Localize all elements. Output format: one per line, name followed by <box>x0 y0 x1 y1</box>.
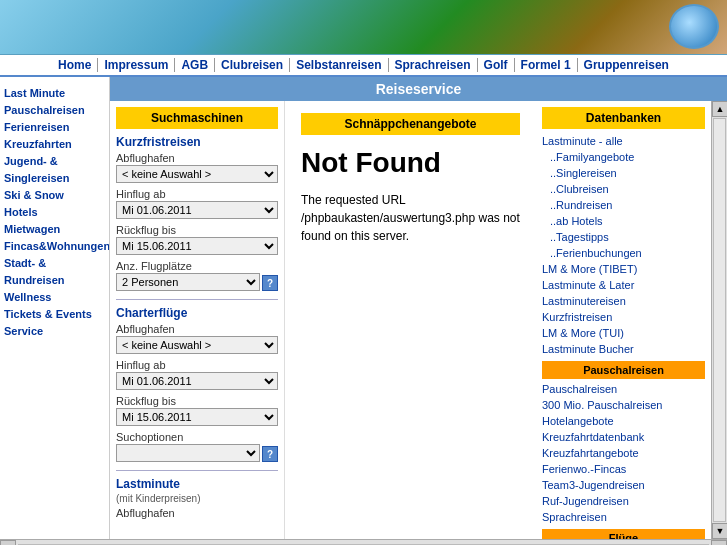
abflughafen-select-2[interactable]: < keine Auswahl > <box>116 336 278 354</box>
abflughafen-label-2: Abflughafen <box>116 323 278 335</box>
scroll-right-button[interactable]: ► <box>711 540 727 546</box>
right-link-lastminute-bucher[interactable]: Lastminute Bucher <box>542 341 705 357</box>
sidebar-link-last-minute[interactable]: Last Minute <box>4 85 105 102</box>
sidebar-link-stadt--rundreisen[interactable]: Stadt- & Rundreisen <box>4 255 105 289</box>
rueckflug-select-2[interactable]: Mi 15.06.2011 <box>116 408 278 426</box>
right-link-300-mio-pauschalreisen[interactable]: 300 Mio. Pauschalreisen <box>542 397 705 413</box>
scroll-up-button[interactable]: ▲ <box>712 101 727 117</box>
rueckflug-select-1[interactable]: Mi 15.06.2011 <box>116 237 278 255</box>
hinflug-label-1: Hinflug ab <box>116 188 278 200</box>
abflughafen-select-1[interactable]: < keine Auswahl > <box>116 165 278 183</box>
sidebar-link-mietwagen[interactable]: Mietwagen <box>4 221 105 238</box>
right-links-container: Lastminute - alle..Familyangebote..Singl… <box>542 133 705 539</box>
rueckflug-label-2: Rückflug bis <box>116 395 278 407</box>
nav-link-gruppenreisen[interactable]: Gruppenreisen <box>578 58 675 72</box>
sidebar-link-service[interactable]: Service <box>4 323 105 340</box>
right-link--tagestipps[interactable]: ..Tagestipps <box>542 229 705 245</box>
right-link-team3-jugendreisen[interactable]: Team3-Jugendreisen <box>542 477 705 493</box>
header <box>0 0 727 55</box>
sidebar-links: Last MinutePauschalreisenFerienreisenKre… <box>4 85 105 340</box>
navbar-links: HomeImpressumAGBClubreisenSelbstanreisen… <box>52 58 675 72</box>
right-link-ferienwo--fincas[interactable]: Ferienwo.-Fincas <box>542 461 705 477</box>
sidebar: Last MinutePauschalreisenFerienreisenKre… <box>0 77 110 539</box>
right-link-kreuzfahrtangebote[interactable]: Kreuzfahrtangebote <box>542 445 705 461</box>
right-link--ab-hotels[interactable]: ..ab Hotels <box>542 213 705 229</box>
right-section-header-flüge: Flüge <box>542 529 705 539</box>
right-link-kreuzfahrtdatenbank[interactable]: Kreuzfahrtdatenbank <box>542 429 705 445</box>
right-link-lastminute---alle[interactable]: Lastminute - alle <box>542 133 705 149</box>
sidebar-link-hotels[interactable]: Hotels <box>4 204 105 221</box>
right-link-lm-more-tibet-[interactable]: LM & More (TIBET) <box>542 261 705 277</box>
charterfluge-title: Charterflüge <box>116 306 278 320</box>
page-title: Reiseservice <box>110 77 727 101</box>
lastminute-title: Lastminute <box>116 477 278 491</box>
right-link-pauschalreisen[interactable]: Pauschalreisen <box>542 381 705 397</box>
col-mid: Schnäppchenangebote Not Found The reques… <box>285 101 536 539</box>
sidebar-link-ski-snow[interactable]: Ski & Snow <box>4 187 105 204</box>
rueckflug-label-1: Rückflug bis <box>116 224 278 236</box>
right-link--singlereisen[interactable]: ..Singlereisen <box>542 165 705 181</box>
nav-link-formel-1[interactable]: Formel 1 <box>515 58 578 72</box>
right-link--ferienbuchungen[interactable]: ..Ferienbuchungen <box>542 245 705 261</box>
kurzfristreisen-title: Kurzfristreisen <box>116 135 278 149</box>
sidebar-link-tickets-events[interactable]: Tickets & Events <box>4 306 105 323</box>
anzahl-label: Anz. Flugplätze <box>116 260 278 272</box>
not-found-text: The requested URL /phpbaukasten/auswertu… <box>301 191 520 245</box>
nav-link-agb[interactable]: AGB <box>175 58 215 72</box>
suchoptionen-label: Suchoptionen <box>116 431 278 443</box>
right-link-lastminute-later[interactable]: Lastminute & Later <box>542 277 705 293</box>
nav-link-impressum[interactable]: Impressum <box>98 58 175 72</box>
sidebar-link-fincas-wohnungen[interactable]: Fincas&Wohnungen <box>4 238 105 255</box>
abflughafen-label-3: Abflughafen <box>116 507 278 519</box>
main-wrapper: Last MinutePauschalreisenFerienreisenKre… <box>0 77 727 539</box>
nav-link-selbstanreisen[interactable]: Selbstanreisen <box>290 58 388 72</box>
lastminute-subtitle: (mit Kinderpreisen) <box>116 493 278 504</box>
sidebar-link-pauschalreisen[interactable]: Pauschalreisen <box>4 102 105 119</box>
nav-link-sprachreisen[interactable]: Sprachreisen <box>389 58 478 72</box>
vscroll-track[interactable] <box>713 118 726 522</box>
not-found-title: Not Found <box>301 147 520 179</box>
col-right: Datenbanken Lastminute - alle..Familyang… <box>536 101 711 539</box>
globe-icon <box>669 4 719 49</box>
right-link-lm-more-tui-[interactable]: LM & More (TUI) <box>542 325 705 341</box>
right-link-hotelangebote[interactable]: Hotelangebote <box>542 413 705 429</box>
right-link-kurzfristreisen[interactable]: Kurzfristreisen <box>542 309 705 325</box>
navbar: HomeImpressumAGBClubreisenSelbstanreisen… <box>0 55 727 77</box>
sidebar-link-jugend--singlereisen[interactable]: Jugend- & Singlereisen <box>4 153 105 187</box>
right-link--familyangebote[interactable]: ..Familyangebote <box>542 149 705 165</box>
suchmaschinen-header[interactable]: Suchmaschinen <box>116 107 278 129</box>
hinflug-label-2: Hinflug ab <box>116 359 278 371</box>
datenbanken-header[interactable]: Datenbanken <box>542 107 705 129</box>
info-icon-1[interactable]: ? <box>262 275 278 291</box>
horizontal-scrollbar[interactable]: ◄ ► <box>0 539 727 545</box>
right-link-lastminutereisen[interactable]: Lastminutereisen <box>542 293 705 309</box>
sidebar-link-wellness[interactable]: Wellness <box>4 289 105 306</box>
right-link-ruf-jugendreisen[interactable]: Ruf-Jugendreisen <box>542 493 705 509</box>
right-link--rundreisen[interactable]: ..Rundreisen <box>542 197 705 213</box>
vertical-scrollbar[interactable]: ▲ ▼ <box>711 101 727 539</box>
col-left: Suchmaschinen Kurzfristreisen Abflughafe… <box>110 101 285 539</box>
sidebar-link-ferienreisen[interactable]: Ferienreisen <box>4 119 105 136</box>
nav-link-clubreisen[interactable]: Clubreisen <box>215 58 290 72</box>
abflughafen-label-1: Abflughafen <box>116 152 278 164</box>
nav-link-home[interactable]: Home <box>52 58 98 72</box>
content: Reiseservice Suchmaschinen Kurzfristreis… <box>110 77 727 539</box>
suchoptionen-select[interactable] <box>116 444 260 462</box>
right-link--clubreisen[interactable]: ..Clubreisen <box>542 181 705 197</box>
schnappchen-header[interactable]: Schnäppchenangebote <box>301 113 520 135</box>
sidebar-link-kreuzfahrten[interactable]: Kreuzfahrten <box>4 136 105 153</box>
info-icon-2[interactable]: ? <box>262 446 278 462</box>
anzahl-select[interactable]: 2 Personen <box>116 273 260 291</box>
hinflug-select-2[interactable]: Mi 01.06.2011 <box>116 372 278 390</box>
right-section-header-pauschalreisen: Pauschalreisen <box>542 361 705 379</box>
right-link-sprachreisen[interactable]: Sprachreisen <box>542 509 705 525</box>
hinflug-select-1[interactable]: Mi 01.06.2011 <box>116 201 278 219</box>
scroll-down-button[interactable]: ▼ <box>712 523 727 539</box>
scroll-left-button[interactable]: ◄ <box>0 540 16 546</box>
nav-link-golf[interactable]: Golf <box>478 58 515 72</box>
